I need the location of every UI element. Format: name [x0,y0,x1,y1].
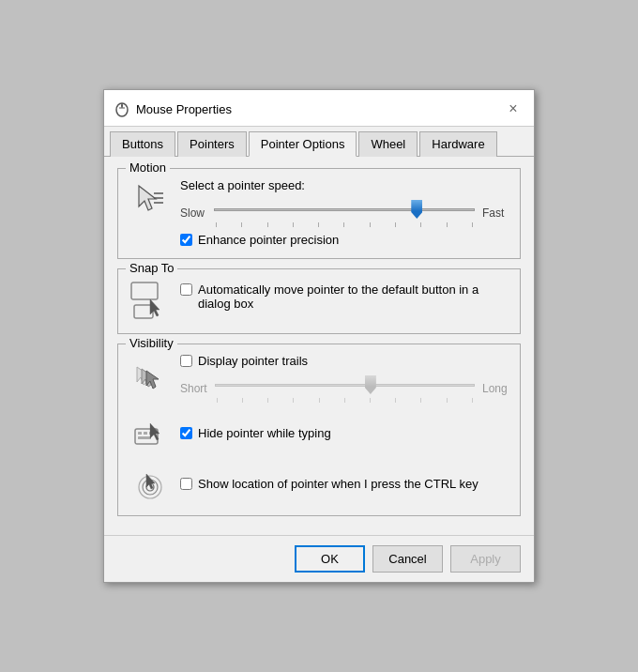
hide-typing-row: Hide pointer while typing [180,426,331,440]
trails-slider-row: Short [180,374,509,403]
close-button[interactable]: × [502,98,524,120]
speed-slider-container [214,198,475,227]
tab-pointers[interactable]: Pointers [177,131,247,157]
motion-controls: Select a pointer speed: Slow [180,178,509,247]
svg-rect-16 [144,432,147,435]
speed-slider-track [214,208,475,211]
trails-slider-track [215,384,475,387]
trails-slider-container [215,374,475,403]
apply-button[interactable]: Apply [450,545,521,573]
enhance-precision-checkbox[interactable] [180,234,192,246]
tick [447,398,448,403]
motion-label: Motion [126,160,170,175]
cancel-button[interactable]: Cancel [372,545,443,573]
hide-typing-checkbox[interactable] [180,427,192,439]
show-location-label: Show location of pointer when I press th… [198,477,478,491]
fast-label: Fast [482,206,509,220]
tick [420,398,421,403]
visibility-section: Visibility Di [117,344,521,516]
speed-slider[interactable] [214,198,475,221]
tick [395,222,396,227]
tick [241,222,242,227]
tick [319,398,320,403]
tick [318,222,319,227]
trails-thumb-shape [365,375,376,394]
speed-ticks [214,222,475,227]
svg-rect-18 [138,436,151,439]
title-bar-left: Mouse Properties [114,100,232,117]
slow-label: Slow [180,206,206,220]
trails-checkbox-row: Display pointer trails [180,354,509,368]
snap-to-icon [129,281,171,322]
tick [343,222,344,227]
tick [447,222,448,227]
tick [472,398,473,403]
tick [472,222,473,227]
mouse-properties-window: Mouse Properties × Buttons Pointers Poin… [103,89,535,583]
svg-rect-15 [138,432,142,435]
snap-to-label: Snap To [126,261,177,275]
long-label: Long [482,382,509,395]
tick [217,398,218,403]
tick [420,222,421,227]
svg-marker-4 [139,186,156,210]
visibility-label: Visibility [126,336,177,350]
trails-label: Display pointer trails [198,354,308,368]
auto-snap-checkbox[interactable] [180,283,192,296]
svg-point-3 [121,104,123,107]
speed-slider-row: Slow [180,198,509,227]
title-bar: Mouse Properties × [104,90,534,127]
tick [344,398,345,403]
hide-typing-label: Hide pointer while typing [198,426,331,440]
tab-bar: Buttons Pointers Pointer Options Wheel H… [104,127,534,157]
auto-snap-label: Automatically move pointer to the defaul… [198,283,509,311]
show-location-checkbox[interactable] [180,478,192,490]
tick [293,398,294,403]
trails-ticks [215,398,475,403]
trails-controls: Display pointer trails Short [180,354,509,403]
hide-typing-icon [129,412,171,453]
trails-item: Display pointer trails Short [129,354,509,403]
tick [267,398,268,403]
enhance-precision-row: Enhance pointer precision [180,233,509,247]
tick [395,398,396,403]
speed-slider-thumb[interactable] [411,200,422,219]
pointer-speed-icon [129,178,171,220]
snap-to-section: Snap To Automatically move pointer to th… [117,268,521,334]
show-location-item: Show location of pointer when I press th… [129,463,509,504]
tick [242,398,243,403]
tab-wheel[interactable]: Wheel [358,131,418,157]
bottom-bar: OK Cancel Apply [104,535,534,582]
visibility-items: Display pointer trails Short [129,354,509,504]
main-content: Motion Select a pointer speed: [104,157,534,535]
tab-hardware[interactable]: Hardware [419,131,496,157]
svg-marker-10 [150,299,160,316]
tick [293,222,294,227]
tick [370,398,371,403]
trails-slider[interactable] [215,374,475,396]
hide-typing-item: Hide pointer while typing [129,412,509,453]
trails-slider-thumb[interactable] [365,375,376,394]
ok-button[interactable]: OK [295,545,365,573]
speed-label: Select a pointer speed: [180,178,509,192]
show-location-row: Show location of pointer when I press th… [180,477,478,491]
short-label: Short [180,382,207,395]
svg-rect-8 [131,283,158,299]
tick [216,222,217,227]
speed-thumb-shape [411,200,422,219]
tab-pointer-options[interactable]: Pointer Options [249,131,357,157]
mouse-icon [114,100,130,117]
trails-icon [129,358,171,399]
window-title: Mouse Properties [136,102,232,116]
auto-snap-row: Automatically move pointer to the defaul… [180,283,509,311]
tab-buttons[interactable]: Buttons [110,131,175,157]
trails-checkbox[interactable] [180,355,192,367]
enhance-precision-label: Enhance pointer precision [198,233,339,247]
motion-section: Motion Select a pointer speed: [117,168,521,259]
tick [267,222,268,227]
tick [370,222,371,227]
show-location-icon [129,463,171,504]
